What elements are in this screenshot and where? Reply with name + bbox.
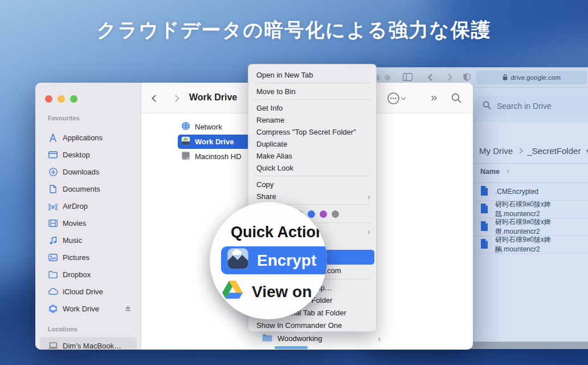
airdrop-icon [48,202,58,210]
toolbar-overflow-button[interactable]: » [431,91,437,104]
hard-drive-icon [181,151,190,162]
sidebar-item-pictures[interactable]: Pictures [40,249,137,266]
applications-icon [48,133,58,142]
magnifier-view-on-button[interactable]: View on d [222,281,327,303]
lock-icon [503,74,508,82]
submenu-chevron-icon: › [368,227,370,236]
browser-back-icon[interactable] [428,74,435,81]
sidebar-item-music[interactable]: Music [40,232,137,249]
tag-gray[interactable] [332,210,339,218]
menu-item-quick-look[interactable]: Quick Look [248,162,376,174]
sidebar-item-documents[interactable]: Documents [40,180,137,197]
back-button[interactable] [152,95,159,102]
menu-item-compress[interactable]: Compress "Top Secret Folder" [248,126,376,138]
submenu-chevron-icon: › [368,192,370,201]
menu-separator [254,99,370,100]
magnifier-circle: Quick Action Encrypt View on d [210,202,327,319]
magnifier-quick-action-label: Quick Action [231,224,325,241]
favourites-section-label: Favourites [48,115,80,121]
sidebar-item-applications[interactable]: Applications [40,129,137,146]
menu-item-rename[interactable]: Rename [248,114,376,126]
sidebar-item-work-drive[interactable]: Work Drive [40,300,137,317]
forward-button[interactable] [172,95,179,102]
drive-search-placeholder: Search in Drive [497,102,552,111]
partial-row-fragment [275,346,308,349]
breadcrumb-chevron-icon [517,148,523,154]
file-name: 砑盻石穣9я0胈x婢㸇.mountencr2 [495,217,588,237]
divider [473,163,588,164]
breadcrumb-dropdown-icon[interactable]: ▾ [586,147,588,155]
magnifier-encrypt-label: Encrypt [257,252,316,270]
sidebar-item-desktop[interactable]: Desktop [40,146,137,163]
documents-icon [48,185,58,193]
menu-item-share[interactable]: Share› [248,190,376,202]
search-icon [483,101,491,111]
drive-file-row[interactable]: 砑盻石穣9я0胈x婢䳤.mountencr2 [473,236,588,254]
address-bar[interactable]: drive.google.com [476,71,587,84]
window-title: Work Drive [189,92,237,103]
shield-icon[interactable] [463,73,471,83]
zoom-button[interactable] [70,95,77,103]
close-button[interactable] [45,95,52,103]
breadcrumb-secret-folder[interactable]: _SecretFolder [527,146,581,156]
cloud-icon [48,288,58,295]
sort-ascending-icon: ↑ [507,168,510,176]
finder-sidebar: Favourites Applications Desktop Download… [35,83,141,350]
drive-file-row[interactable]: 砑盻石穣9я0胈x婢㼵.mountencr2 [473,201,588,218]
desktop: クラウドデータの暗号化による強力な保護 drive.google.com [0,0,588,365]
drive-name-column-header[interactable]: Name ↑ [480,168,510,176]
file-name: 砑盻石穣9я0胈x婢㼵.mountencr2 [495,200,588,219]
file-icon [480,204,488,215]
browser-forward-icon[interactable] [445,74,452,81]
movies-icon [48,220,58,227]
menu-separator [254,83,370,83]
sidebar-item-downloads[interactable]: Downloads [40,163,137,180]
folder-icon [48,271,58,278]
file-icon [480,239,488,250]
menu-item-copy[interactable]: Copy [248,179,376,190]
sidebar-item-movies[interactable]: Movies [40,214,137,232]
sidebar-item-dropbox[interactable]: Dropbox [40,266,137,283]
menu-item-make-alias[interactable]: Make Alias [248,150,376,162]
menu-item-duplicate[interactable]: Duplicate [248,138,376,150]
google-drive-icon [222,281,243,303]
laptop-icon [48,342,58,349]
search-button[interactable] [451,93,462,106]
drive-search-input[interactable]: Search in Drive [476,96,588,116]
downloads-icon [48,168,58,176]
file-icon [480,186,488,197]
magnifier-view-on-label: View on [252,283,312,301]
column-item-woodworking[interactable]: Woodworking › [262,334,389,343]
magnifier-encrypt-button[interactable]: Encrypt [221,246,327,274]
sidebar-item-icloud-drive[interactable]: iCloud Drive [40,283,137,300]
page-title: クラウドデータの暗号化による強力な保護 [0,17,588,43]
minimize-button[interactable] [58,95,65,103]
menu-item-move-to-bin[interactable]: Move to Bin [248,86,376,98]
tag-blue[interactable] [308,210,315,218]
eject-icon[interactable] [125,305,131,313]
sidebar-item-dims-macbook[interactable]: Dim’s MacBook… [40,337,137,350]
browser-traffic-light-2[interactable] [385,75,390,80]
sidebar-item-airdrop[interactable]: AirDrop [40,197,137,214]
more-options-button[interactable] [387,92,405,104]
locations-section-label: Locations [48,326,77,332]
tag-purple[interactable] [320,210,327,218]
chevron-down-icon [401,95,406,100]
menu-item-open-in-new-tab[interactable]: Open in New Tab [248,69,376,81]
breadcrumb: My Drive _SecretFolder ▾ [479,146,588,156]
address-text: drive.google.com [511,74,561,81]
file-icon [480,221,488,233]
menu-item-get-info[interactable]: Get Info [248,102,376,114]
music-icon [48,236,58,245]
network-globe-icon [181,121,190,132]
breadcrumb-my-drive[interactable]: My Drive [479,146,513,156]
drive-file-row[interactable]: .CMEncrypted [473,183,588,201]
browser-sidebar-toggle-icon[interactable] [403,73,413,83]
drive-file-row[interactable]: 砑盻石穣9я0胈x婢㸇.mountencr2 [473,218,588,236]
workdrive-hexagon-icon [48,304,58,314]
menu-item-show-in-commander[interactable]: Show In Commander One [248,319,376,331]
cloudmounter-app-icon [227,248,248,273]
pictures-icon [48,254,58,261]
workdrive-disk-icon [181,136,190,147]
menu-separator [254,176,370,176]
